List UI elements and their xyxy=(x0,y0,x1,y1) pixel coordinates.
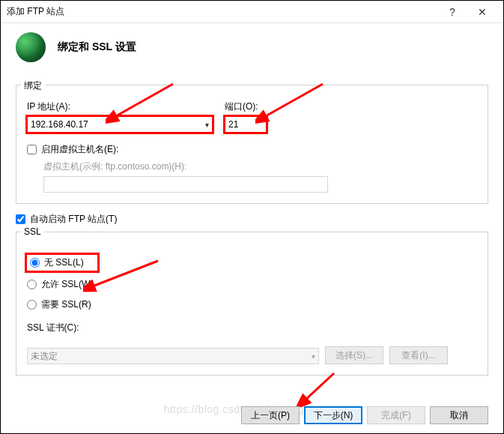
view-cert-button: 查看(I)... xyxy=(389,346,448,364)
window-title: 添加 FTP 站点 xyxy=(7,5,437,18)
chevron-down-icon: ▾ xyxy=(312,352,315,361)
ssl-cert-select: 未选定 ▾ xyxy=(27,348,319,364)
next-button[interactable]: 下一步(N) xyxy=(304,406,362,424)
help-button[interactable]: ? xyxy=(437,1,467,22)
binding-legend: 绑定 xyxy=(21,79,45,92)
vhost-hint-label: 虚拟主机(示例: ftp.contoso.com)(H): xyxy=(43,160,477,173)
ip-address-label: IP 地址(A): xyxy=(27,100,213,113)
enable-vhost-checkbox[interactable] xyxy=(27,145,37,154)
require-ssl-label: 需要 SSL(R) xyxy=(41,298,91,311)
allow-ssl-radio[interactable] xyxy=(27,280,37,289)
enable-vhost-label: 启用虚拟主机名(E): xyxy=(41,143,118,156)
autostart-label: 自动启动 FTP 站点(T) xyxy=(30,213,117,226)
no-ssl-radio[interactable] xyxy=(30,258,40,268)
ssl-group: SSL 无 SSL(L) 允许 SSL(W) 需要 SSL(R) SSL 证书(… xyxy=(16,232,488,376)
footer-buttons: 上一页(P) 下一步(N) 完成(F) 取消 xyxy=(241,406,488,424)
ssl-legend: SSL xyxy=(21,226,44,237)
prev-button[interactable]: 上一页(P) xyxy=(241,406,300,424)
ip-address-value: 192.168.40.17 xyxy=(31,119,88,130)
require-ssl-radio[interactable] xyxy=(27,300,37,310)
svg-line-3 xyxy=(304,373,334,401)
ssl-cert-value: 未选定 xyxy=(31,350,58,363)
port-label: 端口(O): xyxy=(225,100,267,113)
dialog-header: 绑定和 SSL 设置 xyxy=(1,23,503,76)
vhost-input xyxy=(43,176,328,193)
chevron-down-icon: ▾ xyxy=(205,121,209,129)
no-ssl-label: 无 SSL(L) xyxy=(44,256,84,269)
page-title: 绑定和 SSL 设置 xyxy=(58,40,136,54)
select-cert-button: 选择(S)... xyxy=(325,346,383,364)
autostart-checkbox[interactable] xyxy=(16,214,25,224)
dialog-window: 添加 FTP 站点 ? ✕ 绑定和 SSL 设置 绑定 IP 地址(A): 19… xyxy=(0,0,504,434)
close-button[interactable]: ✕ xyxy=(467,1,497,22)
allow-ssl-label: 允许 SSL(W) xyxy=(41,278,93,291)
globe-icon xyxy=(16,32,46,62)
titlebar: 添加 FTP 站点 ? ✕ xyxy=(1,1,503,23)
content-area: 绑定 IP 地址(A): 192.168.40.17 ▾ 端口(O): 启用虚拟… xyxy=(1,85,503,376)
cancel-button[interactable]: 取消 xyxy=(430,406,488,424)
binding-group: 绑定 IP 地址(A): 192.168.40.17 ▾ 端口(O): 启用虚拟… xyxy=(16,85,488,204)
ip-address-combo[interactable]: 192.168.40.17 ▾ xyxy=(27,116,213,133)
finish-button: 完成(F) xyxy=(367,406,425,424)
ssl-cert-label: SSL 证书(C): xyxy=(27,322,477,334)
port-input[interactable] xyxy=(225,116,267,133)
